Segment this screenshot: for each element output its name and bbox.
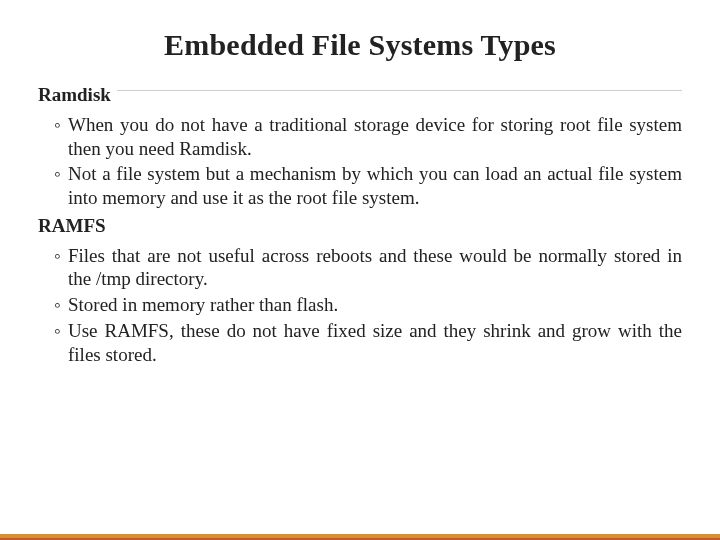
divider xyxy=(38,90,682,91)
slide: Embedded File Systems Types Ramdisk When… xyxy=(0,28,720,540)
section-heading: RAMFS xyxy=(38,214,112,238)
list-item: Files that are not useful across reboots… xyxy=(54,244,682,292)
section-heading: Ramdisk xyxy=(38,83,117,107)
list-item: Not a file system but a mechanism by whi… xyxy=(54,162,682,210)
list-item: Use RAMFS, these do not have fixed size … xyxy=(54,319,682,367)
list-item: Stored in memory rather than flash. xyxy=(54,293,682,317)
section-ramdisk: Ramdisk When you do not have a tradition… xyxy=(38,93,682,210)
slide-title: Embedded File Systems Types xyxy=(0,28,720,62)
list-item: When you do not have a traditional stora… xyxy=(54,113,682,161)
footer: 20 xyxy=(0,534,720,540)
section-ramfs: RAMFS Files that are not useful across r… xyxy=(38,224,682,367)
bullet-list: When you do not have a traditional stora… xyxy=(38,113,682,210)
bullet-list: Files that are not useful across reboots… xyxy=(38,244,682,367)
